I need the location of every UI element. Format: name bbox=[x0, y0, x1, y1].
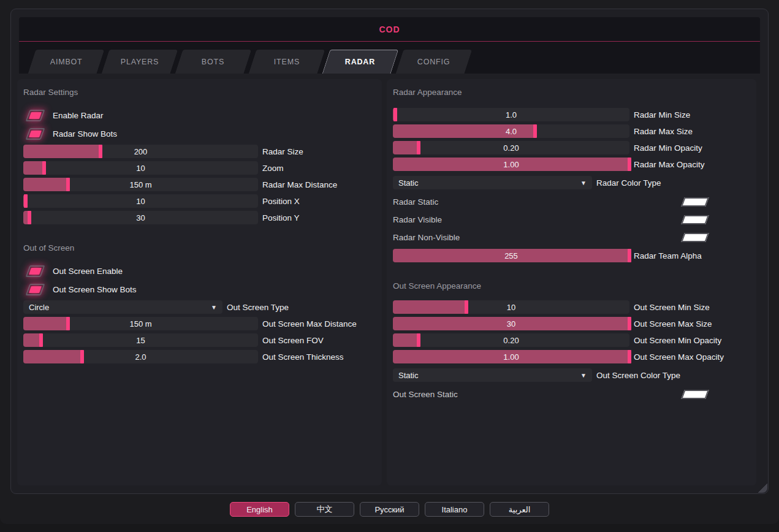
check-row: Out Screen Show Bots bbox=[23, 282, 376, 297]
slider-radar-min-size[interactable]: 1.0 bbox=[393, 108, 629, 121]
section-header-radar-appearance: Radar Appearance bbox=[393, 88, 750, 97]
tab-bar: AIMBOT PLAYERS BOTS ITEMS RADAR CONFIG bbox=[32, 50, 468, 74]
radar-non-visible-swatch[interactable] bbox=[681, 233, 709, 242]
slider-zoom[interactable]: 10 bbox=[23, 161, 258, 175]
slider-value: 200 bbox=[23, 145, 258, 158]
tab-label: ITEMS bbox=[274, 58, 300, 66]
color-label: Radar Non-Visible bbox=[393, 233, 460, 242]
slider-label: Radar Max Distance bbox=[262, 180, 337, 189]
color-label: Out Screen Static bbox=[393, 390, 458, 399]
slider-out-screen-thickness[interactable]: 2.0 bbox=[23, 350, 258, 363]
radar-static-swatch[interactable] bbox=[681, 197, 709, 207]
dropdown-label: Out Screen Type bbox=[227, 303, 289, 312]
slider-out-screen-fov[interactable]: 15 bbox=[23, 333, 258, 347]
slider-label: Zoom bbox=[262, 164, 284, 173]
titlebar[interactable]: COD bbox=[19, 17, 760, 42]
page-title: COD bbox=[379, 25, 400, 34]
slider-out-screen-min-size[interactable]: 10 bbox=[393, 300, 629, 314]
checkbox-radar-show-bots[interactable] bbox=[26, 128, 45, 140]
dropdown-row: Circle ▼ Out Screen Type bbox=[23, 300, 376, 314]
slider-radar-max-distance[interactable]: 150 m bbox=[23, 178, 258, 191]
slider-radar-max-size[interactable]: 4.0 bbox=[393, 124, 629, 138]
slider-label: Out Screen Max Opacity bbox=[634, 352, 724, 362]
slider-row: 200 Radar Size bbox=[23, 145, 376, 158]
slider-row: 1.00 Radar Max Opacity bbox=[393, 158, 750, 171]
slider-value: 150 m bbox=[23, 178, 258, 191]
radar-color-type-select[interactable]: Static ▼ bbox=[393, 176, 592, 189]
checkbox-enable-radar[interactable] bbox=[26, 110, 45, 121]
slider-value: 15 bbox=[23, 333, 258, 347]
color-row: Radar Non-Visible bbox=[393, 231, 716, 243]
checkbox-out-screen-enable[interactable] bbox=[26, 265, 45, 277]
slider-row: 2.0 Out Screen Thickness bbox=[23, 350, 376, 363]
slider-value: 0.20 bbox=[393, 333, 629, 347]
slider-radar-min-opacity[interactable]: 0.20 bbox=[393, 141, 629, 154]
slider-radar-size[interactable]: 200 bbox=[23, 145, 258, 158]
slider-label: Radar Min Opacity bbox=[634, 143, 702, 153]
language-button-chinese[interactable]: 中文 bbox=[295, 502, 354, 517]
color-row: Radar Visible bbox=[393, 213, 716, 226]
language-bar: English 中文 Русский Italiano العربية bbox=[0, 502, 779, 517]
tab-config[interactable]: CONFIG bbox=[396, 50, 473, 74]
tab-items[interactable]: ITEMS bbox=[249, 50, 325, 74]
slider-radar-max-opacity[interactable]: 1.00 bbox=[393, 158, 629, 171]
slider-value: 4.0 bbox=[393, 124, 629, 138]
slider-label: Radar Max Opacity bbox=[634, 160, 705, 169]
tab-radar[interactable]: RADAR bbox=[322, 50, 399, 74]
slider-label: Position X bbox=[262, 197, 300, 206]
slider-value: 2.0 bbox=[23, 350, 258, 363]
slider-value: 1.00 bbox=[393, 158, 629, 171]
slider-out-screen-max-distance[interactable]: 150 m bbox=[23, 317, 258, 330]
tab-aimbot[interactable]: AIMBOT bbox=[28, 50, 105, 74]
slider-label: Radar Min Size bbox=[634, 110, 690, 120]
color-label: Radar Static bbox=[393, 197, 438, 207]
language-button-english[interactable]: English bbox=[230, 502, 289, 517]
checkbox-check-icon bbox=[29, 131, 42, 137]
slider-row: 150 m Radar Max Distance bbox=[23, 178, 376, 191]
slider-position-y[interactable]: 30 bbox=[23, 211, 258, 224]
slider-row: 1.0 Radar Min Size bbox=[393, 108, 750, 121]
slider-label: Out Screen Thickness bbox=[262, 352, 344, 362]
select-value: Static bbox=[398, 371, 419, 380]
slider-row: 4.0 Radar Max Size bbox=[393, 124, 750, 138]
cheat-menu-window: COD AIMBOT PLAYERS BOTS ITEMS RADAR CONF… bbox=[10, 9, 769, 494]
slider-label: Radar Size bbox=[262, 147, 303, 156]
slider-out-screen-max-size[interactable]: 30 bbox=[393, 317, 629, 330]
out-screen-static-swatch[interactable] bbox=[681, 390, 709, 399]
slider-position-x[interactable]: 10 bbox=[23, 194, 258, 208]
slider-radar-team-alpha[interactable]: 255 bbox=[393, 249, 629, 262]
radar-visible-swatch[interactable] bbox=[681, 215, 709, 224]
section-header-out-of-screen: Out of Screen bbox=[23, 243, 376, 253]
language-button-italian[interactable]: Italiano bbox=[425, 502, 484, 517]
resize-grip[interactable] bbox=[758, 483, 767, 493]
checkbox-out-screen-show-bots[interactable] bbox=[26, 284, 45, 295]
tab-bots[interactable]: BOTS bbox=[175, 50, 252, 74]
slider-row: 10 Position X bbox=[23, 194, 376, 208]
out-screen-type-select[interactable]: Circle ▼ bbox=[23, 300, 222, 314]
slider-label: Out Screen Max Distance bbox=[262, 319, 357, 329]
slider-row: 0.20 Out Screen Min Opacity bbox=[393, 333, 750, 347]
check-row: Enable Radar bbox=[23, 108, 376, 123]
color-row: Radar Static bbox=[393, 196, 716, 208]
check-row: Out Screen Enable bbox=[23, 264, 376, 279]
checkbox-label: Out Screen Show Bots bbox=[53, 285, 137, 294]
language-button-russian[interactable]: Русский bbox=[360, 502, 419, 517]
out-screen-color-type-select[interactable]: Static ▼ bbox=[393, 368, 592, 382]
slider-row: 1.00 Out Screen Max Opacity bbox=[393, 350, 750, 363]
slider-out-screen-max-opacity[interactable]: 1.00 bbox=[393, 350, 629, 363]
chevron-down-icon: ▼ bbox=[580, 372, 587, 379]
slider-label: Out Screen Min Size bbox=[634, 303, 710, 312]
tab-players[interactable]: PLAYERS bbox=[102, 50, 178, 74]
slider-out-screen-min-opacity[interactable]: 0.20 bbox=[393, 333, 629, 347]
slider-row: 150 m Out Screen Max Distance bbox=[23, 317, 376, 330]
slider-value: 0.20 bbox=[393, 141, 629, 154]
checkbox-check-icon bbox=[29, 268, 42, 275]
dropdown-row: Static ▼ Out Screen Color Type bbox=[393, 368, 750, 382]
section-header-radar-settings: Radar Settings bbox=[23, 88, 376, 97]
tab-content-radar: Radar Settings Enable Radar Radar Show B… bbox=[17, 79, 756, 485]
tab-label: RADAR bbox=[345, 58, 375, 66]
slider-value: 1.0 bbox=[393, 108, 629, 121]
language-button-arabic[interactable]: العربية bbox=[490, 502, 549, 517]
checkbox-label: Enable Radar bbox=[53, 111, 104, 120]
slider-row: 10 Out Screen Min Size bbox=[393, 300, 750, 314]
